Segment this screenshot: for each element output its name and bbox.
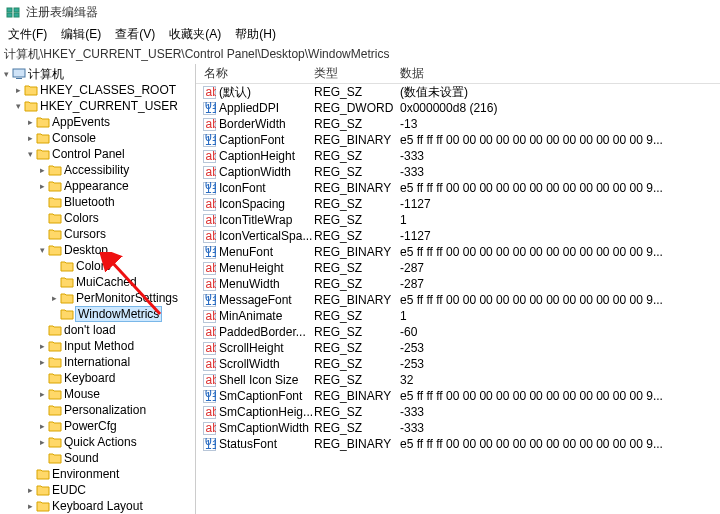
value-data: (数值未设置): [400, 84, 720, 101]
menu-view[interactable]: 查看(V): [115, 26, 155, 42]
list-row[interactable]: abIconSpacingREG_SZ-1127: [196, 196, 720, 212]
list-row[interactable]: 011110CaptionFontREG_BINARYe5 ff ff ff 0…: [196, 132, 720, 148]
list-row[interactable]: abScrollWidthREG_SZ-253: [196, 356, 720, 372]
tree-desktop-muicached[interactable]: MuiCached: [0, 274, 195, 290]
tree-cp-keyboard[interactable]: Keyboard: [0, 370, 195, 386]
expand-icon[interactable]: ▸: [12, 85, 24, 95]
reg-str-icon: ab: [202, 309, 216, 323]
list-row[interactable]: abPaddedBorder...REG_SZ-60: [196, 324, 720, 340]
list-row[interactable]: 011110SmCaptionFontREG_BINARYe5 ff ff ff…: [196, 388, 720, 404]
list-row[interactable]: abSmCaptionHeig...REG_SZ-333: [196, 404, 720, 420]
folder-icon: [60, 260, 74, 272]
expand-icon[interactable]: ▸: [24, 485, 36, 495]
tree-cp-powercfg[interactable]: ▸PowerCfg: [0, 418, 195, 434]
folder-icon: [48, 404, 62, 416]
tree-hkcr[interactable]: ▸HKEY_CLASSES_ROOT: [0, 82, 195, 98]
tree-desktop-windowmetrics[interactable]: WindowMetrics: [0, 306, 195, 322]
list-row[interactable]: abMinAnimateREG_SZ1: [196, 308, 720, 324]
list-row[interactable]: abCaptionHeightREG_SZ-333: [196, 148, 720, 164]
expand-icon[interactable]: ▸: [36, 181, 48, 191]
value-name: CaptionHeight: [219, 149, 295, 163]
list-row[interactable]: abScrollHeightREG_SZ-253: [196, 340, 720, 356]
tree-cp-desktop[interactable]: ▾Desktop: [0, 242, 195, 258]
list-row[interactable]: abMenuHeightREG_SZ-287: [196, 260, 720, 276]
list-row[interactable]: abBorderWidthREG_SZ-13: [196, 116, 720, 132]
expand-icon[interactable]: ▸: [36, 341, 48, 351]
tree-desktop-colors[interactable]: Colors: [0, 258, 195, 274]
tree-hkcu-eudc[interactable]: ▸EUDC: [0, 482, 195, 498]
address-bar[interactable]: 计算机\HKEY_CURRENT_USER\Control Panel\Desk…: [0, 44, 720, 64]
expand-icon[interactable]: ▸: [36, 357, 48, 367]
list-row[interactable]: ab(默认)REG_SZ(数值未设置): [196, 84, 720, 100]
svg-text:110: 110: [205, 390, 216, 403]
list-row[interactable]: abShell Icon SizeREG_SZ32: [196, 372, 720, 388]
tree-hkcu-appevents[interactable]: ▸AppEvents: [0, 114, 195, 130]
folder-icon: [48, 340, 62, 352]
tree-label: Keyboard Layout: [52, 499, 143, 513]
reg-bin-icon: 011110: [202, 293, 216, 307]
tree-cp-international[interactable]: ▸International: [0, 354, 195, 370]
expand-icon[interactable]: ▸: [36, 389, 48, 399]
value-name: CaptionFont: [219, 133, 284, 147]
menu-file[interactable]: 文件(F): [8, 26, 47, 42]
expand-icon[interactable]: ▸: [24, 133, 36, 143]
tree-cp-input-method[interactable]: ▸Input Method: [0, 338, 195, 354]
col-name[interactable]: 名称: [196, 65, 314, 82]
tree-hkcu-keyboard-layout[interactable]: ▸Keyboard Layout: [0, 498, 195, 514]
expand-icon[interactable]: ▸: [36, 421, 48, 431]
tree-cp-sound[interactable]: Sound: [0, 450, 195, 466]
list-row[interactable]: 011110MessageFontREG_BINARYe5 ff ff ff 0…: [196, 292, 720, 308]
list-row[interactable]: 011110IconFontREG_BINARYe5 ff ff ff 00 0…: [196, 180, 720, 196]
menu-edit[interactable]: 编辑(E): [61, 26, 101, 42]
tree-cp-don-t-load[interactable]: don't load: [0, 322, 195, 338]
tree-label: HKEY_CURRENT_USER: [40, 99, 178, 113]
tree-cp-quick-actions[interactable]: ▸Quick Actions: [0, 434, 195, 450]
expand-icon[interactable]: ▸: [24, 117, 36, 127]
value-data: e5 ff ff ff 00 00 00 00 00 00 00 00 00 0…: [400, 245, 720, 259]
expand-icon[interactable]: ▾: [24, 149, 36, 159]
tree-panel[interactable]: ▾计算机▸HKEY_CLASSES_ROOT▾HKEY_CURRENT_USER…: [0, 64, 196, 514]
expand-icon[interactable]: ▸: [36, 437, 48, 447]
tree-desktop-permonitorsettings[interactable]: ▸PerMonitorSettings: [0, 290, 195, 306]
tree-cp-cursors[interactable]: Cursors: [0, 226, 195, 242]
expand-icon[interactable]: ▸: [48, 293, 60, 303]
value-name: ScrollWidth: [219, 357, 280, 371]
list-row[interactable]: abSmCaptionWidthREG_SZ-333: [196, 420, 720, 436]
tree-label: Personalization: [64, 403, 146, 417]
tree-hkcu[interactable]: ▾HKEY_CURRENT_USER: [0, 98, 195, 114]
tree-cp-appearance[interactable]: ▸Appearance: [0, 178, 195, 194]
list-row[interactable]: abIconTitleWrapREG_SZ1: [196, 212, 720, 228]
folder-icon: [48, 196, 62, 208]
col-data[interactable]: 数据: [400, 65, 720, 82]
reg-str-icon: ab: [202, 213, 216, 227]
menu-help[interactable]: 帮助(H): [235, 26, 276, 42]
list-row[interactable]: 011110StatusFontREG_BINARYe5 ff ff ff 00…: [196, 436, 720, 452]
list-row[interactable]: abCaptionWidthREG_SZ-333: [196, 164, 720, 180]
tree-hkcu-console[interactable]: ▸Console: [0, 130, 195, 146]
expand-icon[interactable]: ▾: [0, 69, 12, 79]
list-row[interactable]: abMenuWidthREG_SZ-287: [196, 276, 720, 292]
tree-computer[interactable]: ▾计算机: [0, 66, 195, 82]
value-type: REG_SZ: [314, 341, 400, 355]
tree-cp-mouse[interactable]: ▸Mouse: [0, 386, 195, 402]
expand-icon[interactable]: ▾: [12, 101, 24, 111]
folder-icon: [48, 388, 62, 400]
folder-icon: [36, 484, 50, 496]
reg-bin-icon: 011110: [202, 181, 216, 195]
col-type[interactable]: 类型: [314, 65, 400, 82]
value-name: SmCaptionHeig...: [219, 405, 313, 419]
list-row[interactable]: 011110AppliedDPIREG_DWORD0x000000d8 (216…: [196, 100, 720, 116]
expand-icon[interactable]: ▾: [36, 245, 48, 255]
tree-cp-colors[interactable]: Colors: [0, 210, 195, 226]
tree-cp-personalization[interactable]: Personalization: [0, 402, 195, 418]
tree-cp-accessibility[interactable]: ▸Accessibility: [0, 162, 195, 178]
expand-icon[interactable]: ▸: [36, 165, 48, 175]
tree-hkcu-environment[interactable]: Environment: [0, 466, 195, 482]
tree-hkcu-control-panel[interactable]: ▾Control Panel: [0, 146, 195, 162]
tree-cp-bluetooth[interactable]: Bluetooth: [0, 194, 195, 210]
menu-favorites[interactable]: 收藏夹(A): [169, 26, 221, 42]
list-row[interactable]: 011110MenuFontREG_BINARYe5 ff ff ff 00 0…: [196, 244, 720, 260]
list-row[interactable]: abIconVerticalSpa...REG_SZ-1127: [196, 228, 720, 244]
expand-icon[interactable]: ▸: [24, 501, 36, 511]
tree-label: Mouse: [64, 387, 100, 401]
